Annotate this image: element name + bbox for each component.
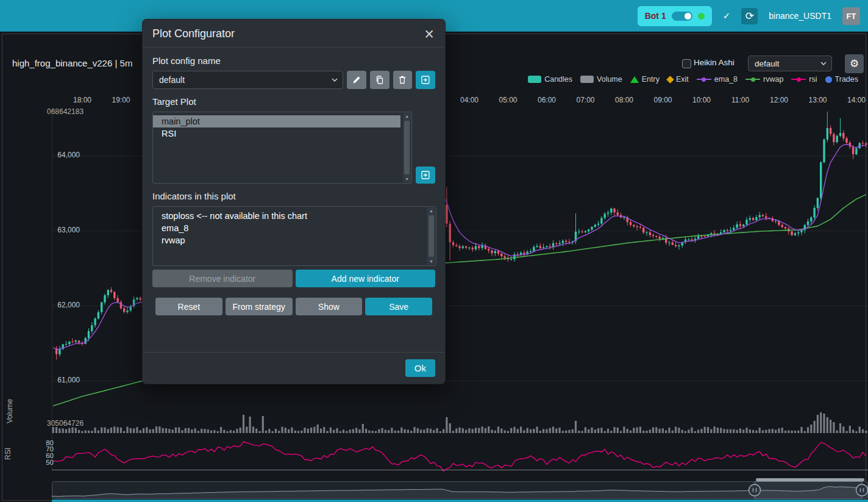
legend-marker bbox=[825, 76, 832, 83]
legend-marker bbox=[791, 76, 806, 83]
copy-icon bbox=[375, 75, 385, 85]
delete-config-button[interactable] bbox=[393, 71, 413, 89]
datazoom-right-handle[interactable] bbox=[856, 484, 868, 496]
target-plot-list[interactable]: main_plotRSI ▲ ▼ bbox=[152, 112, 412, 184]
gear-icon[interactable]: ⚙ bbox=[845, 54, 864, 73]
chart-legend: CandlesVolumeEntryExitema_8rvwaprsiTrade… bbox=[528, 75, 858, 84]
bot-toggle[interactable] bbox=[672, 12, 692, 21]
scroll-down-icon[interactable]: ▼ bbox=[405, 177, 409, 181]
chevron-down-icon bbox=[332, 78, 338, 82]
show-button[interactable]: Show bbox=[296, 298, 363, 315]
scrollbar-thumb[interactable] bbox=[429, 215, 434, 257]
logo-text: FT bbox=[847, 12, 856, 21]
scroll-down-icon[interactable]: ▼ bbox=[429, 259, 433, 264]
indicator-option[interactable]: ema_8 bbox=[153, 222, 425, 234]
edit-config-button[interactable] bbox=[347, 71, 366, 89]
plus-square-icon bbox=[421, 75, 430, 85]
datazoom-navigator[interactable] bbox=[52, 478, 868, 502]
indicator-buttons-row: Remove indicator Add new indicator bbox=[152, 270, 435, 287]
target-plot-row: main_plotRSI ▲ ▼ bbox=[152, 112, 435, 184]
target-plot-option[interactable]: main_plot bbox=[153, 115, 400, 127]
trash-icon bbox=[397, 75, 407, 85]
legend-item-rvwap[interactable]: rvwap bbox=[745, 75, 783, 84]
legend-item-exit[interactable]: Exit bbox=[667, 75, 689, 84]
refresh-icon[interactable]: ⟳ bbox=[741, 8, 758, 24]
scrollbar-thumb[interactable] bbox=[404, 121, 410, 174]
legend-item-ema_8[interactable]: ema_8 bbox=[697, 75, 738, 84]
chart-hscrollbar[interactable] bbox=[756, 478, 864, 481]
modal-body: Plot config name default bbox=[143, 48, 445, 352]
legend-label: Entry bbox=[642, 75, 660, 84]
remove-indicator-button[interactable]: Remove indicator bbox=[152, 270, 293, 287]
legend-label: Trades bbox=[835, 75, 858, 84]
modal-header: Plot Configurator × bbox=[143, 20, 445, 48]
duplicate-config-button[interactable] bbox=[370, 71, 390, 89]
legend-item-entry[interactable]: Entry bbox=[630, 75, 660, 84]
legend-marker bbox=[630, 76, 639, 83]
ok-button[interactable]: Ok bbox=[405, 359, 435, 377]
rsi-line bbox=[53, 442, 866, 472]
bot-ok-icon: ✓ bbox=[723, 10, 731, 21]
legend-label: rvwap bbox=[763, 75, 783, 84]
modal-title: Plot Configurator bbox=[152, 27, 235, 40]
chevron-down-icon bbox=[820, 62, 827, 65]
bot-selector-chip[interactable]: Bot 1 bbox=[638, 6, 712, 26]
legend-label: Candles bbox=[544, 75, 572, 84]
legend-label: rsi bbox=[809, 75, 817, 84]
target-plot-label: Target Plot bbox=[152, 96, 435, 107]
legend-label: Volume bbox=[597, 75, 622, 84]
plot-config-name-label: Plot config name bbox=[152, 56, 435, 66]
indicator-option[interactable]: rvwap bbox=[153, 234, 425, 246]
scrollbar[interactable]: ▲ ▼ bbox=[403, 113, 411, 182]
add-config-button[interactable] bbox=[416, 71, 435, 89]
scroll-up-icon[interactable]: ▲ bbox=[429, 209, 433, 213]
target-plot-option[interactable]: RSI bbox=[153, 127, 400, 140]
scrollbar[interactable]: ▲ ▼ bbox=[427, 207, 435, 265]
legend-label: Exit bbox=[676, 75, 689, 84]
indicators-label: Indicators in this plot bbox=[152, 191, 435, 201]
plus-square-icon bbox=[421, 170, 430, 180]
heikin-ashi-label: Heikin Ashi bbox=[694, 58, 735, 67]
legend-marker bbox=[697, 76, 711, 83]
config-actions-row: Reset From strategy Show Save bbox=[155, 298, 432, 315]
indicator-option[interactable]: stoploss <-- not available in this chart bbox=[153, 210, 425, 222]
legend-label: ema_8 bbox=[714, 75, 738, 84]
plot-configurator-modal: Plot Configurator × Plot config name def… bbox=[142, 19, 446, 384]
datazoom-filler-bar bbox=[52, 500, 868, 502]
legend-item-candles[interactable]: Candles bbox=[528, 75, 572, 84]
freqtrade-logo[interactable]: FT bbox=[842, 7, 860, 25]
modal-footer: Ok bbox=[143, 352, 445, 384]
legend-marker bbox=[745, 76, 760, 83]
volume-bars bbox=[52, 412, 867, 433]
legend-item-rsi[interactable]: rsi bbox=[791, 75, 817, 84]
plot-config-header-select[interactable]: default bbox=[748, 56, 832, 71]
chart-title: high_frog_binance_v226 | 5m bbox=[12, 58, 132, 68]
add-new-indicator-button[interactable]: Add new indicator bbox=[296, 270, 436, 287]
legend-marker bbox=[528, 76, 541, 83]
bot-name-label: Bot 1 bbox=[645, 11, 666, 21]
from-strategy-button[interactable]: From strategy bbox=[226, 298, 293, 315]
datazoom-left-handle[interactable] bbox=[749, 484, 761, 496]
plot-config-select-value: default bbox=[159, 75, 185, 85]
legend-item-trades[interactable]: Trades bbox=[825, 75, 858, 84]
legend-marker bbox=[580, 76, 594, 83]
save-button[interactable]: Save bbox=[365, 298, 432, 315]
plot-config-select[interactable]: default bbox=[152, 71, 343, 89]
add-plot-button[interactable] bbox=[416, 167, 435, 184]
freqtrade-app: 18:0019:0020:0021:0022:0023:0000:0001:00… bbox=[0, 0, 868, 502]
close-icon[interactable]: × bbox=[424, 28, 434, 40]
pair-label: binance_USDT1 bbox=[769, 11, 831, 21]
navbar-right-cluster: Bot 1 ✓ ⟳ binance_USDT1 FT bbox=[638, 5, 860, 26]
legend-marker bbox=[666, 76, 674, 84]
config-name-row: default bbox=[152, 71, 435, 89]
heikin-ashi-checkbox[interactable] bbox=[682, 59, 691, 68]
reset-button[interactable]: Reset bbox=[155, 298, 222, 315]
plot-config-header-select-value: default bbox=[755, 59, 780, 68]
bot-online-dot bbox=[698, 13, 705, 20]
indicator-list[interactable]: stoploss <-- not available in this chart… bbox=[152, 206, 436, 266]
legend-item-volume[interactable]: Volume bbox=[580, 75, 622, 84]
datazoom-window[interactable] bbox=[755, 482, 862, 499]
scroll-up-icon[interactable]: ▲ bbox=[405, 114, 409, 118]
refresh-glyph: ⟳ bbox=[745, 10, 754, 23]
toggle-knob bbox=[685, 13, 691, 20]
